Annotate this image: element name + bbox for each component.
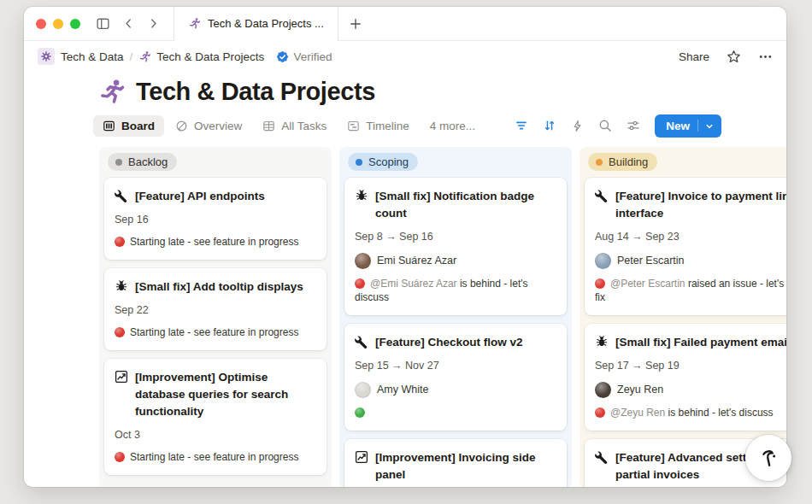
tab-all-tasks[interactable]: All Tasks	[262, 120, 327, 132]
tab-timeline-label: Timeline	[366, 120, 409, 132]
column-header: Backlog	[99, 147, 332, 178]
back-icon[interactable]	[122, 17, 135, 30]
page-title[interactable]: Tech & Data Projects	[136, 78, 375, 106]
task-card[interactable]: [Improvement] Invoicing side panelSep 15…	[344, 439, 567, 487]
timeline-icon	[347, 120, 360, 132]
status-mention: @Peter Escartin	[610, 278, 688, 290]
card-assignee: Emi Suárez Azar	[355, 252, 556, 269]
board-icon	[103, 120, 115, 132]
forward-icon[interactable]	[147, 17, 160, 30]
card-status: @Zeyu Ren is behind - let's discuss	[595, 406, 786, 419]
tab-timeline[interactable]: Timeline	[347, 120, 409, 132]
more-options-icon[interactable]	[758, 50, 773, 64]
card-assignee: Zeyu Ren	[595, 381, 786, 398]
sidebar-toggle-icon[interactable]	[96, 16, 110, 31]
settings-sliders-icon[interactable]	[627, 119, 640, 132]
status-text: Starting late - see feature in progress	[130, 451, 298, 463]
assignee-name: Emi Suárez Azar	[377, 252, 456, 269]
wrench-icon	[595, 449, 609, 483]
card-title: [Feature] Invoice to payment link interf…	[615, 188, 786, 222]
verified-badge[interactable]: Verified	[276, 50, 332, 63]
tab-title: Tech & Data Projects ...	[208, 17, 324, 30]
tab-board[interactable]: Board	[93, 115, 164, 137]
close-window-button[interactable]	[36, 19, 46, 29]
card-date: Sep 17 → Sep 19	[595, 359, 786, 373]
card-title: [Improvement] Optimise database queries …	[135, 369, 316, 420]
avatar	[595, 253, 611, 269]
status-dot-icon	[115, 237, 125, 247]
task-card[interactable]: [Small fix] Failed payment emailSep 17 →…	[585, 324, 786, 431]
more-views-button[interactable]: 4 more...	[430, 120, 475, 132]
board: Backlog[Feature] API endpointsSep 16Star…	[99, 147, 786, 487]
assignee-name: Peter Escartin	[617, 252, 685, 269]
card-date: Sep 16	[115, 213, 316, 227]
sort-icon[interactable]	[543, 119, 556, 132]
column-header: Scoping	[339, 147, 572, 178]
status-dot-icon	[115, 327, 125, 337]
task-card[interactable]: [Feature] Invoice to payment link interf…	[585, 178, 786, 315]
tab-all-tasks-label: All Tasks	[281, 120, 327, 132]
status-dot-icon	[355, 407, 365, 418]
breadcrumb-page[interactable]: Tech & Data Projects	[156, 50, 264, 63]
wrench-icon	[595, 188, 609, 222]
favorite-star-icon[interactable]	[727, 50, 741, 64]
tab-overview[interactable]: Overview	[175, 120, 242, 132]
card-status: Starting late - see feature in progress	[115, 235, 316, 249]
task-card[interactable]: [Feature] Checkout flow v2Sep 15 → Nov 2…	[344, 324, 567, 431]
breadcrumb-divider: /	[130, 50, 133, 63]
column-title: Building	[609, 155, 648, 168]
bug-icon	[355, 188, 368, 222]
card-status: @Peter Escartin raised an issue - let's …	[595, 277, 786, 304]
share-button[interactable]: Share	[679, 50, 709, 63]
new-tab-icon[interactable]	[349, 17, 362, 31]
tab-overview-label: Overview	[194, 120, 242, 132]
task-card[interactable]: [Small fix] Notification badge countSep …	[344, 178, 567, 315]
page-icon-runner[interactable]	[97, 78, 126, 106]
card-status: @Emi Suárez Azar is behind - let's discu…	[355, 277, 556, 304]
status-dot-icon	[595, 407, 605, 418]
status-group-pill[interactable]: Scoping	[348, 153, 418, 171]
chart-icon	[115, 369, 128, 420]
table-icon	[262, 120, 275, 132]
search-icon[interactable]	[598, 119, 612, 132]
tab-strip: Tech & Data Projects ...	[24, 7, 786, 41]
workspace-gear-icon	[38, 48, 55, 65]
new-button[interactable]: New	[655, 114, 721, 138]
kanban-column-scoping: Scoping[Small fix] Notification badge co…	[339, 147, 572, 487]
task-card[interactable]: [Feature] API endpointsSep 16Starting la…	[104, 178, 327, 260]
status-group-pill[interactable]: Building	[588, 153, 657, 171]
browser-tab[interactable]: Tech & Data Projects ...	[174, 7, 338, 41]
status-dot-icon	[596, 159, 603, 166]
kanban-column-backlog: Backlog[Feature] API endpointsSep 16Star…	[99, 147, 332, 487]
runner-icon	[188, 17, 201, 30]
chevron-down-icon[interactable]	[697, 120, 721, 132]
app-window: Tech & Data Projects ... Tech & Data / T…	[24, 7, 786, 487]
status-mention: @Emi Suárez Azar	[370, 278, 460, 290]
breadcrumb-workspace[interactable]: Tech & Data	[61, 50, 124, 63]
lightning-icon[interactable]	[571, 120, 584, 132]
minimize-window-button[interactable]	[53, 19, 63, 29]
status-dot-icon	[356, 159, 362, 166]
new-button-label: New	[666, 120, 690, 132]
column-title: Scoping	[368, 155, 409, 168]
status-dot-icon	[115, 159, 122, 166]
verified-check-icon	[276, 50, 289, 63]
task-card[interactable]: [Small fix] Add tooltip displaysSep 22St…	[104, 268, 327, 350]
status-dot-icon	[595, 278, 605, 289]
card-date: Sep 8 → Sep 16	[355, 230, 556, 244]
card-assignee: Peter Escartin	[595, 252, 786, 269]
status-text: is behind - let's discuss	[668, 407, 774, 419]
avatar	[355, 382, 371, 398]
status-mention: @Zeyu Ren	[610, 407, 668, 419]
zoom-window-button[interactable]	[70, 19, 80, 29]
card-status: Starting late - see feature in progress	[115, 325, 316, 339]
card-date: Sep 15 → Nov 27	[355, 359, 556, 373]
filter-icon[interactable]	[515, 119, 528, 132]
task-card[interactable]: [Improvement] Optimise database queries …	[104, 359, 327, 475]
status-dot-icon	[115, 452, 125, 462]
card-title: [Small fix] Add tooltip displays	[135, 278, 303, 296]
card-status	[355, 406, 556, 419]
status-text: Starting late - see feature in progress	[130, 236, 298, 248]
status-group-pill[interactable]: Backlog	[108, 153, 177, 171]
avatar	[355, 253, 371, 269]
